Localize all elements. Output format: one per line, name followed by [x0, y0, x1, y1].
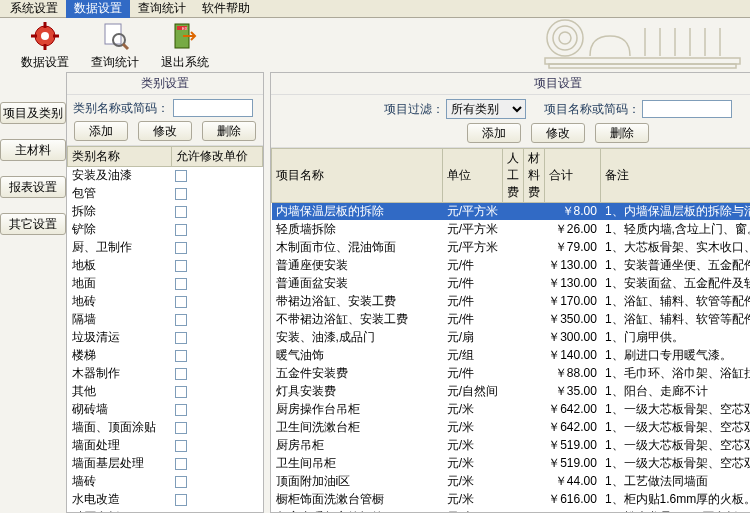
- project-row[interactable]: 普通座便安装元/件￥130.001、安装普通坐便、五金配件及软管。: [272, 257, 751, 275]
- project-search-input[interactable]: [642, 100, 732, 118]
- checkbox-icon[interactable]: [175, 350, 187, 362]
- category-row[interactable]: 墙面基层处理: [68, 455, 263, 473]
- project-row[interactable]: 木制面市位、混油饰面元/平方米￥79.001、大芯板骨架、实木收口、高度小于: [272, 239, 751, 257]
- project-row[interactable]: 安装、油漆,成品门元/扇￥300.001、门扇甲供。: [272, 329, 751, 347]
- menu-3[interactable]: 软件帮助: [194, 0, 258, 19]
- category-row[interactable]: 墙面处理: [68, 437, 263, 455]
- category-add-button[interactable]: 添加: [74, 121, 128, 141]
- category-row[interactable]: 墙砖: [68, 473, 263, 491]
- project-row[interactable]: 卫生间吊柜元/米￥519.001、一级大芯板骨架、空芯双包门、PVC收: [272, 455, 751, 473]
- project-row[interactable]: 厨房操作台吊柜元/米￥642.001、一级大芯板骨架、空芯双包门、PVC收: [272, 401, 751, 419]
- project-edit-button[interactable]: 修改: [531, 123, 585, 143]
- category-row[interactable]: 隔墙: [68, 311, 263, 329]
- category-row[interactable]: 地砖: [68, 293, 263, 311]
- checkbox-icon[interactable]: [175, 260, 187, 272]
- category-row[interactable]: 铲除: [68, 221, 263, 239]
- svg-point-13: [553, 26, 577, 50]
- svg-line-8: [123, 44, 128, 49]
- checkbox-icon[interactable]: [175, 458, 187, 470]
- category-row[interactable]: 楼梯: [68, 347, 263, 365]
- project-panel: 项目设置 项目过滤： 所有类别 项目名称或简码： 添加 修改 删除: [270, 72, 750, 513]
- category-row[interactable]: 拆除: [68, 203, 263, 221]
- checkbox-icon[interactable]: [175, 242, 187, 254]
- nav-button-0[interactable]: 项目及类别: [0, 102, 66, 124]
- exit-system-button[interactable]: EX退出系统: [150, 20, 220, 71]
- category-search-input[interactable]: [173, 99, 253, 117]
- category-row[interactable]: 地板: [68, 257, 263, 275]
- checkbox-icon[interactable]: [175, 188, 187, 200]
- left-nav: 项目及类别主材料报表设置其它设置: [0, 72, 66, 513]
- project-row[interactable]: 轻质墙拆除元/平方米￥26.001、轻质内墙,含垃上门、窗。: [272, 221, 751, 239]
- checkbox-icon[interactable]: [175, 422, 187, 434]
- project-row[interactable]: 带裙边浴缸、安装工费元/件￥170.001、浴缸、辅料、软管等配件均甲供。: [272, 293, 751, 311]
- project-row[interactable]: 橱柜饰面洗漱台管橱元/米￥616.001、柜内贴1.6mm厚的火板。: [272, 491, 751, 509]
- menu-1[interactable]: 数据设置: [66, 0, 130, 19]
- checkbox-icon[interactable]: [175, 314, 187, 326]
- category-row[interactable]: 安装及油漆: [68, 167, 263, 185]
- project-delete-button[interactable]: 删除: [595, 123, 649, 143]
- checkbox-icon[interactable]: [175, 404, 187, 416]
- category-row[interactable]: 砌砖墙: [68, 401, 263, 419]
- project-row[interactable]: 厨房吊柜元/米￥519.001、一级大芯板骨架、空芯双包门、PVC收: [272, 437, 751, 455]
- checkbox-icon[interactable]: [175, 278, 187, 290]
- category-edit-button[interactable]: 修改: [138, 121, 192, 141]
- data-settings-button[interactable]: 数据设置: [10, 20, 80, 71]
- checkbox-icon[interactable]: [175, 224, 187, 236]
- checkbox-icon[interactable]: [175, 440, 187, 452]
- category-grid[interactable]: 类别名称允许修改单价 安装及油漆包管拆除铲除厨、卫制作地板地面地砖隔墙垃圾清运楼…: [67, 146, 263, 512]
- project-row[interactable]: 普通面盆安装元/件￥130.001、安装面盆、五金配件及软管,带柜: [272, 275, 751, 293]
- gear-icon: [29, 20, 61, 52]
- project-row[interactable]: 五金件安装费元/件￥88.001、毛巾环、浴巾架、浴缸拉手、肥皂: [272, 365, 751, 383]
- query-stats-button[interactable]: 查询统计: [80, 20, 150, 71]
- column-decoration: [535, 8, 745, 78]
- svg-text:EX: EX: [182, 26, 188, 31]
- checkbox-icon[interactable]: [175, 386, 187, 398]
- category-row[interactable]: 垃圾清运: [68, 329, 263, 347]
- project-row[interactable]: 灯具安装费元/自然间￥35.001、阳台、走廊不计: [272, 383, 751, 401]
- category-row[interactable]: 木器制作: [68, 365, 263, 383]
- checkbox-icon[interactable]: [175, 368, 187, 380]
- menu-0[interactable]: 系统设置: [2, 0, 66, 19]
- category-row[interactable]: 地面: [68, 275, 263, 293]
- project-add-button[interactable]: 添加: [467, 123, 521, 143]
- category-panel-title: 类别设置: [67, 73, 263, 95]
- category-search-label: 类别名称或简码：: [73, 100, 169, 117]
- project-row[interactable]: 内墙保温层板的拆除元/平方米￥8.001、内墙保温层板的拆除与清理: [272, 203, 751, 221]
- checkbox-icon[interactable]: [175, 206, 187, 218]
- category-row[interactable]: 其他: [68, 383, 263, 401]
- project-filter-label: 项目过滤：: [384, 101, 444, 118]
- svg-point-14: [559, 32, 571, 44]
- svg-rect-16: [549, 64, 736, 68]
- nav-button-3[interactable]: 其它设置: [0, 213, 66, 235]
- nav-button-1[interactable]: 主材料: [0, 139, 66, 161]
- checkbox-icon[interactable]: [175, 332, 187, 344]
- project-row[interactable]: 顶面附加油i区元/米￥44.001、工艺做法同墙面: [272, 473, 751, 491]
- checkbox-icon[interactable]: [175, 494, 187, 506]
- project-row[interactable]: 暖气油饰元/组￥140.001、刷进口专用暖气漆。: [272, 347, 751, 365]
- nav-button-2[interactable]: 报表设置: [0, 176, 66, 198]
- category-panel: 类别设置 类别名称或简码： 添加 修改 删除 类别名称允许修改单价 安装及油漆包…: [66, 72, 264, 513]
- category-row[interactable]: 厨、卫制作: [68, 239, 263, 257]
- category-row[interactable]: 水电改造: [68, 491, 263, 509]
- checkbox-icon[interactable]: [175, 476, 187, 488]
- project-grid[interactable]: 项目名称单位人工费材料费合计备注 内墙保温层板的拆除元/平方米￥8.001、内墙…: [271, 148, 750, 512]
- category-row[interactable]: 包管: [68, 185, 263, 203]
- checkbox-icon[interactable]: [175, 170, 187, 182]
- svg-rect-15: [545, 58, 740, 64]
- search-icon: [99, 20, 131, 52]
- exit-icon: EX: [169, 20, 201, 52]
- svg-point-1: [41, 32, 49, 40]
- project-row[interactable]: 包室内暖气立管橱管元/米￥52.001、松木龙骨,9mm石膏板: [272, 509, 751, 513]
- toolbar: 数据设置查询统计EX退出系统: [0, 18, 750, 72]
- category-delete-button[interactable]: 删除: [202, 121, 256, 141]
- project-filter-select[interactable]: 所有类别: [446, 99, 526, 119]
- category-row[interactable]: 贴石膏板: [68, 509, 263, 513]
- project-row[interactable]: 不带裙边浴缸、安装工费元/件￥350.001、浴缸、辅料、软管等配件均甲供。: [272, 311, 751, 329]
- project-search-label: 项目名称或简码：: [544, 101, 640, 118]
- menu-2[interactable]: 查询统计: [130, 0, 194, 19]
- project-row[interactable]: 卫生间洗漱台柜元/米￥642.001、一级大芯板骨架、空芯双包门、PVC收: [272, 419, 751, 437]
- category-row[interactable]: 墙面、顶面涂贴: [68, 419, 263, 437]
- checkbox-icon[interactable]: [175, 296, 187, 308]
